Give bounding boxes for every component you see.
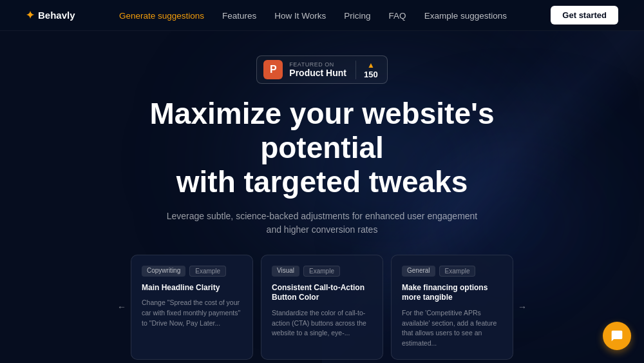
product-hunt-count: ▲ 150 bbox=[355, 61, 378, 79]
product-hunt-logo: P bbox=[263, 60, 283, 79]
chat-button[interactable] bbox=[603, 322, 631, 350]
card-3-tag-primary: General bbox=[402, 266, 435, 277]
cards-row: Copywriting Example Main Headline Clarit… bbox=[131, 255, 513, 360]
card-2-tags: Visual Example bbox=[272, 266, 372, 277]
card-2-tag-example: Example bbox=[303, 266, 340, 277]
card-1-body: Change "Spread the cost of your car with… bbox=[142, 298, 242, 328]
cards-next-button[interactable]: → bbox=[513, 298, 531, 316]
card-1-title: Main Headline Clarity bbox=[142, 283, 242, 293]
card-3-body: For the 'Competitive APRs available' sec… bbox=[402, 308, 502, 349]
logo-icon: ✦ bbox=[26, 9, 34, 21]
card-1-tags: Copywriting Example bbox=[142, 266, 242, 277]
logo-text: Behavly bbox=[38, 10, 75, 21]
hero-title-line1: Maximize your website's potential bbox=[149, 97, 494, 164]
nav-link-pricing[interactable]: Pricing bbox=[344, 11, 370, 21]
card-3: General Example Make financing options m… bbox=[391, 255, 513, 360]
product-hunt-number: 150 bbox=[364, 70, 378, 79]
nav-link-faq[interactable]: FAQ bbox=[389, 11, 406, 21]
cards-container: ← Copywriting Example Main Headline Clar… bbox=[0, 255, 644, 360]
card-2-tag-primary: Visual bbox=[272, 266, 299, 277]
card-1-tag-primary: Copywriting bbox=[142, 266, 185, 277]
card-2: Visual Example Consistent Call-to-Action… bbox=[261, 255, 383, 360]
hero-title: Maximize your website's potential with t… bbox=[97, 97, 547, 199]
navbar: ✦ Behavly Generate suggestions Features … bbox=[0, 0, 644, 31]
card-3-title: Make financing options more tangible bbox=[402, 283, 502, 303]
product-hunt-text: FEATURED ON Product Hunt bbox=[289, 61, 346, 78]
card-2-title: Consistent Call-to-Action Button Color bbox=[272, 283, 372, 303]
product-hunt-featured-label: FEATURED ON bbox=[289, 61, 346, 68]
product-hunt-name: Product Hunt bbox=[289, 68, 346, 78]
product-hunt-badge[interactable]: P FEATURED ON Product Hunt ▲ 150 bbox=[256, 55, 387, 84]
hero-title-line2: with targeted tweaks bbox=[176, 165, 468, 199]
card-3-tags: General Example bbox=[402, 266, 502, 277]
nav-link-generate[interactable]: Generate suggestions bbox=[119, 11, 204, 21]
nav-links: Generate suggestions Features How It Wor… bbox=[119, 10, 507, 21]
product-hunt-arrow-icon: ▲ bbox=[367, 61, 375, 70]
card-3-tag-example: Example bbox=[439, 266, 476, 277]
logo[interactable]: ✦ Behavly bbox=[26, 9, 75, 21]
card-1: Copywriting Example Main Headline Clarit… bbox=[131, 255, 253, 360]
card-2-body: Standardize the color of call-to-action … bbox=[272, 308, 372, 338]
chat-icon bbox=[611, 329, 623, 342]
nav-link-how-it-works[interactable]: How It Works bbox=[274, 11, 326, 21]
nav-link-examples[interactable]: Example suggestions bbox=[424, 11, 507, 21]
hero-subtitle: Leverage subtle, science-backed adjustme… bbox=[161, 210, 483, 237]
hero-section: P FEATURED ON Product Hunt ▲ 150 Maximiz… bbox=[0, 31, 644, 363]
nav-get-started-button[interactable]: Get started bbox=[551, 6, 618, 25]
card-1-tag-example: Example bbox=[189, 266, 226, 277]
nav-link-features[interactable]: Features bbox=[222, 11, 256, 21]
cards-prev-button[interactable]: ← bbox=[113, 298, 131, 316]
